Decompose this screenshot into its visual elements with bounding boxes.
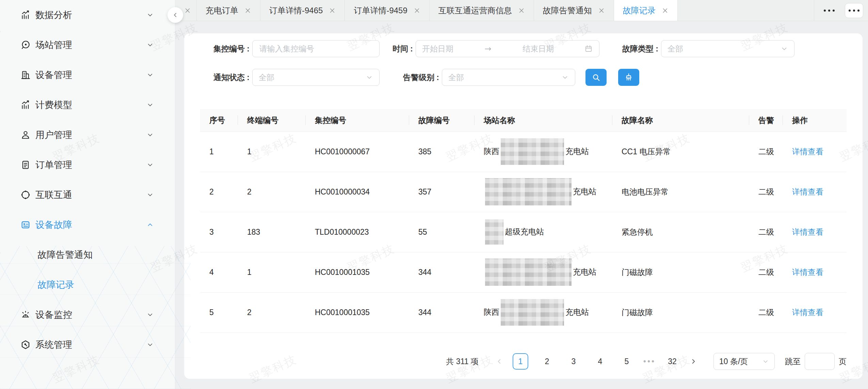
- page-button-3[interactable]: 3: [566, 353, 581, 370]
- sidebar-subitem-label: 故障告警通知: [37, 249, 93, 261]
- tab-more-button[interactable]: [845, 3, 863, 18]
- cell-station: 充电站: [475, 252, 612, 293]
- sidebar-item-device-mgmt[interactable]: 设备管理: [0, 60, 175, 90]
- cell-alarm-level: 二级: [749, 132, 783, 172]
- page-button-last[interactable]: 32: [664, 353, 680, 370]
- close-icon[interactable]: [598, 7, 605, 14]
- cell-alarm-level: 二级: [749, 212, 783, 252]
- network-icon: [20, 190, 31, 200]
- cell-fault-no: 55: [409, 212, 475, 252]
- redacted-block: [485, 219, 503, 245]
- date-range-picker[interactable]: 开始日期 结束日期: [416, 40, 599, 57]
- chevron-down-icon: [147, 341, 154, 348]
- cell-fault-name: 门磁故障: [612, 293, 749, 333]
- page-unit-label: 页: [839, 356, 847, 367]
- close-icon[interactable]: [329, 7, 336, 14]
- clear-button[interactable]: [618, 69, 639, 86]
- sidebar-item-device-fault[interactable]: 设备故障: [0, 210, 175, 240]
- table-row: 3183TLD01000002355超级充电站紧急停机二级详情查看: [200, 212, 847, 252]
- cell-fault-no: 357: [409, 172, 475, 212]
- station-suffix: 超级充电站: [505, 227, 544, 236]
- fault-type-select[interactable]: 全部: [661, 40, 794, 57]
- cell-terminal: 183: [238, 212, 306, 252]
- sidebar-item-interconnect[interactable]: 互联互通: [0, 180, 175, 210]
- table-row: 22HC0010000034357充电站电池电压异常二级详情查看: [200, 172, 847, 212]
- cell-terminal: 1: [238, 132, 306, 172]
- sidebar-item-billing-model[interactable]: 计费模型: [0, 90, 175, 120]
- hub-no-input[interactable]: [259, 44, 373, 54]
- page-button-1[interactable]: 1: [513, 353, 528, 370]
- search-button[interactable]: [585, 69, 607, 86]
- column-header: 终端编号: [238, 109, 306, 132]
- cell-fault-no: 385: [409, 132, 475, 172]
- page-size-select[interactable]: 10 条/页: [713, 353, 775, 370]
- station-suffix: 充电站: [573, 267, 596, 276]
- sidebar-item-user-mgmt[interactable]: 用户管理: [0, 120, 175, 150]
- page-button-4[interactable]: 4: [592, 353, 608, 370]
- tab-fault-record[interactable]: 故障记录: [614, 0, 678, 21]
- table-row: 41HC0010001035344充电站门磁故障二级详情查看: [200, 252, 847, 293]
- sidebar-item-label: 设备故障: [35, 219, 147, 231]
- station-prefix: 陕西: [484, 308, 499, 316]
- table-row: 11HC0010000067385陕西充电站CC1 电压异常二级详情查看: [200, 132, 847, 172]
- detail-view-link[interactable]: 详情查看: [792, 228, 823, 236]
- jump-to-label: 跳至: [785, 356, 801, 367]
- chevron-down-icon: [147, 191, 154, 198]
- pagination: 共 311 项 12345 ••• 32 10 条/页: [200, 353, 847, 370]
- user-icon: [20, 130, 31, 140]
- page-button-5[interactable]: 5: [619, 353, 634, 370]
- tab-interconnect-operator-info[interactable]: 互联互通运营商信息: [430, 0, 534, 21]
- sidebar-item-label: 订单管理: [35, 159, 147, 171]
- cell-station: 超级充电站: [475, 212, 612, 252]
- detail-view-link[interactable]: 详情查看: [792, 268, 823, 277]
- jump-page-input[interactable]: [805, 353, 834, 370]
- close-icon[interactable]: [662, 7, 669, 14]
- sidebar-subitem-fault-record[interactable]: 故障记录: [0, 270, 175, 300]
- sidebar-item-label: 设备监控: [35, 309, 147, 321]
- cell-hub: TLD010000023: [306, 212, 409, 252]
- tab-order-detail-9465[interactable]: 订单详情-9465: [260, 0, 345, 21]
- page-ellipsis[interactable]: •••: [643, 357, 656, 366]
- cell-station: 充电站: [475, 172, 612, 212]
- alarm-level-value: 全部: [448, 72, 464, 83]
- page-button-2[interactable]: 2: [539, 353, 555, 370]
- cell-hub: HC0010000034: [306, 172, 409, 212]
- chevron-down-icon: [147, 131, 154, 138]
- tab-charge-orders[interactable]: 充电订单: [197, 0, 260, 21]
- cell-hub: HC0010001035: [306, 293, 409, 333]
- sidebar-collapse-button[interactable]: [167, 7, 183, 23]
- close-icon[interactable]: [184, 7, 191, 14]
- sidebar-item-label: 场站管理: [35, 39, 147, 51]
- tab-fault-alarm-notice[interactable]: 故障告警通知: [534, 0, 614, 21]
- detail-view-link[interactable]: 详情查看: [792, 308, 823, 317]
- sidebar-item-device-monitor[interactable]: 设备监控: [0, 300, 175, 330]
- prev-page-button[interactable]: [492, 353, 507, 370]
- cell-seq: 2: [200, 172, 238, 212]
- sidebar-item-station-mgmt[interactable]: 场站管理: [0, 30, 175, 60]
- sidebar-item-data-analysis[interactable]: 数据分析: [0, 0, 175, 30]
- cell-fault-name: 门磁故障: [612, 252, 749, 293]
- fault-records-table: 序号终端编号集控编号故障编号场站名称故障名称告警操作 11HC001000006…: [200, 109, 847, 333]
- redacted-block: [485, 178, 572, 205]
- cell-alarm-level: 二级: [749, 252, 783, 293]
- cell-seq: 4: [200, 252, 238, 293]
- close-icon[interactable]: [414, 7, 420, 14]
- fault-type-label: 故障类型 :: [610, 44, 658, 54]
- next-page-button[interactable]: [686, 353, 701, 370]
- alarm-level-select[interactable]: 全部: [442, 69, 575, 86]
- station-icon: [20, 40, 31, 50]
- close-icon[interactable]: [244, 7, 251, 14]
- chart-icon: [20, 10, 31, 20]
- tab-order-detail-9459[interactable]: 订单详情-9459: [345, 0, 429, 21]
- detail-view-link[interactable]: 详情查看: [792, 147, 823, 156]
- tab-overflow-ellipsis-icon[interactable]: [824, 10, 835, 12]
- sidebar-item-order-mgmt[interactable]: 订单管理: [0, 150, 175, 180]
- sidebar-subitem-fault-alarm-notice[interactable]: 故障告警通知: [0, 240, 175, 270]
- close-icon[interactable]: [518, 7, 525, 14]
- sidebar-item-system-mgmt[interactable]: 系统管理: [0, 330, 175, 360]
- notify-status-select[interactable]: 全部: [252, 69, 380, 86]
- end-date-placeholder: 结束日期: [523, 44, 554, 54]
- tab-label: 故障记录: [623, 5, 656, 16]
- cell-hub: HC0010001035: [306, 252, 409, 293]
- detail-view-link[interactable]: 详情查看: [792, 187, 823, 196]
